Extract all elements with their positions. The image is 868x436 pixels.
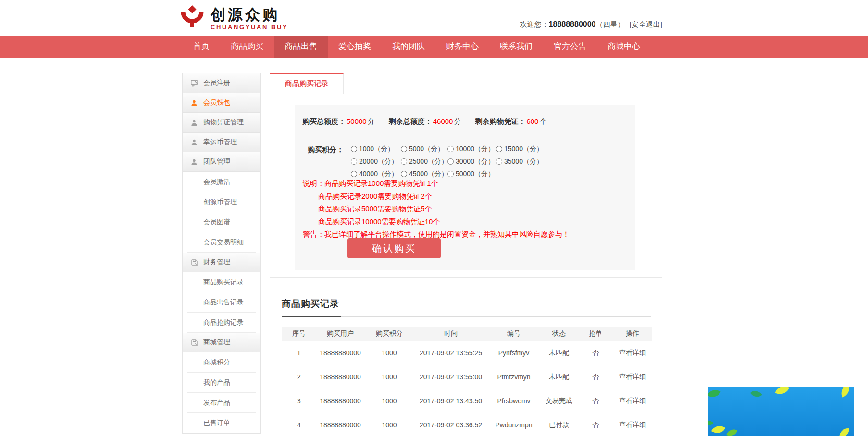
- points-option-20000[interactable]: 20000（分）: [351, 157, 401, 167]
- points-radio[interactable]: [401, 146, 407, 152]
- sidebar-item-sell-records[interactable]: 商品出售记录: [183, 292, 260, 313]
- tab-bar: 商品购买记录: [270, 73, 662, 93]
- sidebar-item-my-products[interactable]: 我的产品: [183, 373, 260, 393]
- cell-code: Pynfsfmyv: [487, 341, 540, 365]
- points-radio[interactable]: [447, 146, 454, 152]
- nav-item-my-team[interactable]: 我的团队: [382, 36, 435, 58]
- points-option-label: 1000（分）: [359, 145, 394, 154]
- nav-item-announcements[interactable]: 官方公告: [543, 36, 597, 58]
- section-head: 商品购买记录: [282, 298, 651, 317]
- sidebar-item-shopping-voucher-mgmt[interactable]: 购物凭证管理: [183, 112, 260, 133]
- note-line: 商品购买记录2000需要购物凭证2个: [303, 190, 570, 203]
- points-option-label: 15000（分）: [504, 145, 543, 154]
- points-radio[interactable]: [447, 158, 454, 165]
- sidebar-item-team-mgmt[interactable]: 团队管理: [183, 152, 260, 172]
- purchase-notes: 说明：商品购买记录1000需要购物凭证1个 商品购买记录2000需要购物凭证2个…: [303, 177, 570, 241]
- tab-purchase-records[interactable]: 商品购买记录: [270, 73, 344, 94]
- user-icon: [191, 138, 199, 146]
- sidebar-item-mall-points[interactable]: 商城积分: [183, 352, 260, 373]
- points-option-25000[interactable]: 25000（分）: [401, 157, 447, 167]
- cell-no: 2: [282, 365, 316, 389]
- sidebar-item-member-graph[interactable]: 会员图谱: [183, 212, 260, 232]
- status-badge: 已付款: [540, 413, 578, 436]
- sidebar-item-mall-mgmt[interactable]: 商城管理: [183, 332, 260, 352]
- sidebar-item-member-wallet[interactable]: 会员钱包: [183, 93, 260, 113]
- note-line: 商品购买记录10000需要购物凭证10个: [303, 216, 570, 229]
- sidebar-item-sold-orders[interactable]: 已售订单: [183, 413, 260, 433]
- cell-code: Ptmtzvmyn: [487, 365, 540, 389]
- cell-time: 2017-09-02 03:36:52: [414, 413, 487, 436]
- col-points: 购买积分: [364, 327, 414, 341]
- sidebar-item-grab-records[interactable]: 商品抢购记录: [183, 313, 260, 333]
- points-radio[interactable]: [351, 158, 357, 165]
- logo-text: 创源众购 CHUANGYUAN BUY: [211, 7, 288, 31]
- cell-code: Pfrsbwemv: [487, 389, 540, 413]
- points-option-5000[interactable]: 5000（分）: [401, 144, 447, 154]
- sidebar-item-purchase-records[interactable]: 商品购买记录: [183, 272, 260, 292]
- logo-diamond-shape: [188, 5, 197, 13]
- sidebar-item-label: 商城积分: [203, 358, 230, 367]
- sidebar-item-publish-product[interactable]: 发布产品: [183, 393, 260, 413]
- points-radio[interactable]: [351, 146, 357, 152]
- view-detail-link[interactable]: 查看详细: [613, 389, 652, 413]
- points-option-35000[interactable]: 35000（分）: [496, 157, 549, 167]
- sidebar-item-label: 商城管理: [203, 338, 230, 347]
- nav-item-contact-us[interactable]: 联系我们: [489, 36, 543, 58]
- points-option-label: 5000（分）: [409, 145, 444, 154]
- points-option-10000[interactable]: 10000（分）: [447, 144, 496, 154]
- cell-points: 1000: [364, 341, 414, 365]
- nav-item-mall-center[interactable]: 商城中心: [597, 36, 651, 58]
- cell-no: 3: [282, 389, 316, 413]
- points-radio[interactable]: [401, 171, 407, 177]
- points-radio[interactable]: [351, 171, 357, 177]
- cell-points: 1000: [364, 389, 414, 413]
- sidebar-item-member-activate[interactable]: 会员激活: [183, 172, 260, 192]
- view-detail-link[interactable]: 查看详细: [613, 341, 652, 365]
- points-radio[interactable]: [401, 158, 407, 165]
- sidebar-item-lucky-coin-mgmt[interactable]: 幸运币管理: [183, 132, 260, 152]
- view-detail-link[interactable]: 查看详细: [613, 413, 652, 436]
- site-logo[interactable]: 创源众购 CHUANGYUAN BUY: [180, 5, 288, 33]
- main-nav-inner: 首页 商品购买 商品出售 爱心抽奖 我的团队 财务中心 联系我们 官方公告 商城…: [183, 36, 868, 58]
- user-icon: [191, 158, 199, 166]
- sidebar-item-finance-mgmt[interactable]: 财务管理: [183, 252, 260, 272]
- sidebar-item-label: 会员交易明细: [203, 238, 244, 247]
- points-option-15000[interactable]: 15000（分）: [496, 144, 549, 154]
- stat-total-quota: 购买总额度：50000分: [302, 117, 375, 126]
- sidebar-item-member-register[interactable]: 会员注册: [183, 73, 260, 93]
- cell-user: 18888880000: [316, 389, 364, 413]
- points-radio[interactable]: [496, 158, 502, 165]
- sidebar-item-label: 会员激活: [203, 178, 230, 186]
- note-line: 商品购买记录5000需要购物凭证5个: [303, 203, 570, 216]
- logout-link[interactable]: [安全退出]: [630, 20, 662, 28]
- cell-no: 1: [282, 341, 316, 365]
- sidebar-item-member-transactions[interactable]: 会员交易明细: [183, 232, 260, 253]
- floating-ad-banner[interactable]: [708, 387, 854, 436]
- nav-item-product-buy[interactable]: 商品购买: [220, 36, 274, 58]
- points-radio[interactable]: [447, 171, 454, 177]
- confirm-purchase-button[interactable]: 确认购买: [347, 238, 441, 258]
- leaves-decoration: [708, 387, 854, 436]
- sidebar-item-chuangyuan-coin-mgmt[interactable]: 创源币管理: [183, 192, 260, 212]
- col-status: 状态: [540, 327, 578, 341]
- sidebar-item-label: 会员钱包: [203, 98, 230, 107]
- points-radio[interactable]: [496, 146, 502, 152]
- nav-item-lottery[interactable]: 爱心抽奖: [328, 36, 382, 58]
- points-label: 购买积分：: [308, 145, 344, 155]
- view-detail-link[interactable]: 查看详细: [613, 365, 652, 389]
- points-option-1000[interactable]: 1000（分）: [351, 144, 401, 154]
- table-header-row: 序号 购买用户 购买积分 时间 编号 状态 抢单 操作: [282, 327, 652, 341]
- points-option-label: 20000（分）: [359, 157, 398, 166]
- nav-item-finance-center[interactable]: 财务中心: [435, 36, 489, 58]
- cell-user: 18888880000: [316, 341, 364, 365]
- points-option-label: 25000（分）: [409, 157, 448, 166]
- cell-grab: 否: [578, 413, 613, 436]
- col-user: 购买用户: [316, 327, 364, 341]
- cell-code: Pwdunzmpn: [487, 413, 540, 436]
- sidebar: 会员注册 会员钱包 购物凭证管理 幸运币管理 团队管理 会员激活: [182, 73, 261, 434]
- points-option-30000[interactable]: 30000（分）: [447, 157, 496, 167]
- cell-grab: 否: [578, 341, 613, 365]
- nav-item-home[interactable]: 首页: [183, 36, 220, 58]
- sidebar-item-label: 团队管理: [203, 157, 230, 166]
- nav-item-product-sell[interactable]: 商品出售: [274, 36, 328, 58]
